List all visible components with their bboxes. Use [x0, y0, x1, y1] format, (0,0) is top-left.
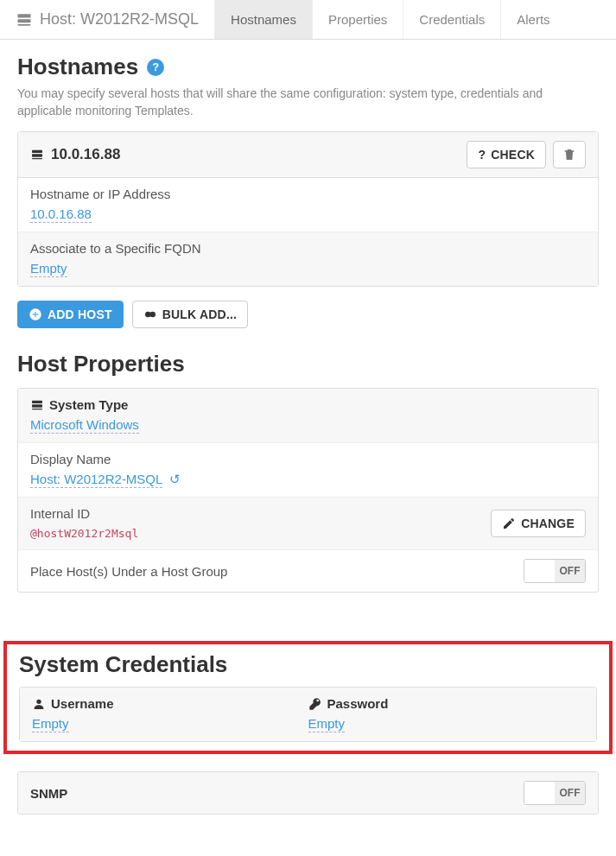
svg-rect-2 — [18, 24, 31, 26]
password-label: Password — [327, 696, 389, 711]
tab-title-prefix: Host: — [40, 10, 76, 28]
question-icon: ? — [478, 148, 486, 162]
key-icon — [308, 697, 322, 711]
internal-id-label: Internal ID — [30, 506, 138, 521]
toggle-off-label: OFF — [555, 560, 585, 582]
tab-hostnames[interactable]: Hostnames — [215, 0, 313, 39]
host-properties-panel: System Type Microsoft Windows Display Na… — [17, 388, 599, 593]
delete-button[interactable] — [553, 141, 586, 168]
host-group-label: Place Host(s) Under a Host Group — [30, 564, 227, 579]
trash-icon — [562, 148, 576, 162]
plus-circles-icon — [143, 308, 157, 321]
help-icon[interactable]: ? — [147, 59, 164, 76]
bulk-add-label: BULK ADD... — [162, 308, 237, 321]
check-button-label: CHECK — [491, 148, 535, 162]
change-button-label: CHANGE — [521, 517, 575, 530]
display-name-label: Display Name — [30, 452, 586, 466]
bulk-add-button[interactable]: BULK ADD... — [132, 301, 248, 328]
hostnames-title: Hostnames — [17, 54, 138, 80]
tab-credentials[interactable]: Credentials — [403, 0, 501, 39]
refresh-icon[interactable]: ↺ — [169, 472, 181, 486]
svg-rect-11 — [32, 409, 42, 409]
tab-properties[interactable]: Properties — [313, 0, 403, 39]
hostname-panel: 10.0.16.88 ? CHECK Hostname or IP Addres… — [17, 131, 599, 287]
plus-circle-icon — [29, 308, 42, 321]
user-icon — [32, 697, 46, 711]
internal-id-value: @hostW2012r2Msql — [30, 527, 138, 541]
username-label: Username — [51, 696, 114, 711]
svg-rect-4 — [32, 155, 42, 157]
fqdn-label: Associate to a Specific FQDN — [30, 241, 586, 256]
hostname-label: Hostname or IP Address — [30, 187, 586, 201]
toggle-handle — [524, 782, 555, 804]
toggle-handle — [524, 560, 555, 582]
add-host-label: ADD HOST — [48, 308, 112, 321]
credentials-panel: Username Empty Password Empty — [19, 687, 597, 742]
add-host-button[interactable]: ADD HOST — [17, 301, 124, 328]
svg-rect-3 — [32, 150, 42, 153]
server-icon — [30, 148, 44, 162]
check-button[interactable]: ? CHECK — [467, 141, 546, 168]
system-credentials-section: System Credentials Username Empty — [3, 641, 613, 754]
server-icon — [30, 398, 44, 412]
display-name-value[interactable]: Host: W2012R2-MSQL — [30, 472, 162, 488]
snmp-title: SNMP — [30, 786, 67, 801]
username-value[interactable]: Empty — [32, 716, 69, 732]
tab-title-host: W2012R2-MSQL — [80, 10, 199, 28]
svg-point-12 — [36, 699, 41, 703]
snmp-toggle[interactable]: OFF — [524, 781, 586, 805]
password-value[interactable]: Empty — [308, 716, 346, 732]
edit-icon — [502, 517, 516, 530]
system-type-label: System Type — [49, 397, 128, 412]
host-properties-title: Host Properties — [17, 351, 599, 377]
svg-rect-0 — [18, 14, 31, 17]
credentials-title: System Credentials — [19, 651, 597, 678]
host-group-toggle[interactable]: OFF — [524, 559, 586, 583]
svg-rect-1 — [18, 19, 31, 22]
host-ip: 10.0.16.88 — [51, 146, 120, 163]
svg-point-8 — [149, 312, 156, 318]
hostname-value[interactable]: 10.0.16.88 — [30, 206, 92, 223]
fqdn-value[interactable]: Empty — [30, 261, 67, 277]
server-icon — [16, 11, 33, 29]
system-type-value[interactable]: Microsoft Windows — [30, 417, 139, 434]
hostnames-description: You may specify several hosts that will … — [17, 86, 599, 119]
tab-alerts[interactable]: Alerts — [501, 0, 565, 39]
tabs-bar: Host: W2012R2-MSQL Hostnames Properties … — [0, 0, 616, 40]
change-button[interactable]: CHANGE — [491, 510, 586, 537]
toggle-off-label: OFF — [555, 782, 585, 804]
host-properties-section: Host Properties System Type Microsoft Wi… — [0, 346, 616, 624]
svg-rect-9 — [32, 400, 42, 403]
hostnames-section: Hostnames ? You may specify several host… — [0, 40, 616, 346]
tab-host-title: Host: W2012R2-MSQL — [0, 0, 215, 39]
svg-rect-5 — [32, 158, 42, 159]
svg-rect-10 — [32, 404, 42, 407]
snmp-panel: SNMP OFF — [17, 771, 599, 815]
